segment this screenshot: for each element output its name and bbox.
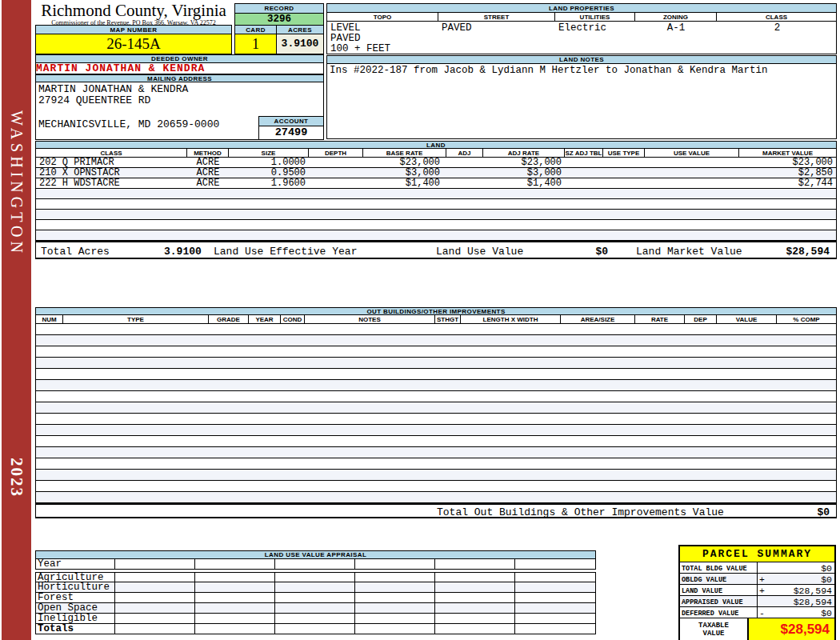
land-use-appraisal-title: LAND USE VALUE APPRAISAL <box>35 550 596 559</box>
land-col-depth: DEPTH <box>309 149 363 157</box>
acres-box: ACRES 3.9100 <box>276 25 324 54</box>
topo-value-3: 100 + FEET <box>330 43 390 54</box>
ps-row-total-bldg: TOTAL BLDG VALUE $0 <box>680 562 834 574</box>
empty-row <box>35 346 837 358</box>
land-row: 222 H WDSTACRE ACRE 1.9600 $1,400 $1,400… <box>35 178 837 189</box>
card-value: 1 <box>234 34 277 54</box>
mailing-address-label: MAILING ADDRESS <box>35 74 324 82</box>
land-col-sz-adj-tbl: SZ ADJ TBL <box>565 149 603 157</box>
land-col-use-type: USE TYPE <box>603 149 645 157</box>
record-value: 3296 <box>234 14 324 26</box>
land-use-effective-year-label: Land Use Effective Year <box>214 246 357 258</box>
land-properties-col-utilities: UTILITIES <box>555 13 635 21</box>
card-label: CARD <box>234 25 277 34</box>
land-properties-title: LAND PROPERTIES <box>327 4 836 13</box>
land-use-value: $0 <box>560 246 608 258</box>
empty-row <box>35 380 837 391</box>
land-properties-col-zoning: ZONING <box>635 13 717 21</box>
lua-row-horticulture: Horticulture <box>35 582 596 593</box>
empty-row <box>35 425 837 436</box>
address-line-1: MARTIN JONATHAN & KENDRA <box>36 82 323 95</box>
land-col-adj: ADJ <box>446 149 483 157</box>
utilities-value: Electric <box>558 22 606 34</box>
topo-value-2: PAVED <box>330 33 361 44</box>
empty-row <box>35 492 837 503</box>
empty-row <box>35 369 837 380</box>
ob-col-type: TYPE <box>63 315 209 323</box>
land-totals-row: Total Acres 3.9100 Land Use Effective Ye… <box>35 241 837 259</box>
card-box: CARD 1 <box>234 25 277 54</box>
empty-row <box>35 481 837 492</box>
out-buildings-header: NUM TYPE GRADE YEAR COND NOTES STHGT LEN… <box>35 315 837 324</box>
out-buildings-table: OUT BUILDINGS/OTHER IMPROVEMENTS NUM TYP… <box>35 307 837 518</box>
map-number-value: 26-145A <box>35 34 232 54</box>
ps-row-land-value: LAND VALUE +$28,594 <box>680 585 834 596</box>
empty-row <box>35 447 837 458</box>
lua-row-year: Year <box>35 559 596 570</box>
lua-row-open-space: Open Space <box>35 603 596 614</box>
class-value: 2 <box>717 22 838 34</box>
ob-col-sthgt: STHGT <box>435 315 461 323</box>
land-notes-box: Ins #2022-187 from Jacob & Lydiann M Her… <box>326 64 837 139</box>
sidebar-year-label: 2023 <box>6 458 26 498</box>
land-col-adj-rate: ADJ RATE <box>483 149 565 157</box>
page-title: Richmond County, Virginia <box>35 1 232 21</box>
account-value: 27499 <box>258 126 324 140</box>
land-use-value-label: Land Use Value <box>436 246 523 258</box>
empty-row <box>35 458 837 470</box>
empty-row <box>35 335 837 346</box>
ob-col-rate: RATE <box>635 315 685 323</box>
ob-col-dep: DEP <box>685 315 717 323</box>
land-properties-box: LAND PROPERTIES TOPO STREET UTILITIES ZO… <box>326 3 837 54</box>
empty-row <box>35 230 837 241</box>
out-buildings-totals-row: Total Out Buildings & Other Improvements… <box>35 503 837 518</box>
map-number-label: MAP NUMBER <box>35 25 232 34</box>
empty-row <box>35 210 837 220</box>
ob-col-cond: COND <box>281 315 305 323</box>
ps-row-deferred: DEFERRED VALUE -$0 <box>680 607 834 618</box>
empty-row <box>35 470 837 481</box>
empty-row <box>35 414 837 425</box>
lua-row-agriculture: Agriculture <box>35 572 596 582</box>
acres-value: 3.9100 <box>276 34 324 54</box>
zoning-value: A-1 <box>635 22 717 34</box>
topo-value-1: LEVEL <box>330 22 361 34</box>
empty-row <box>35 199 837 210</box>
sidebar-state-label: WASHINGTON <box>7 110 26 257</box>
empty-row <box>35 436 837 447</box>
account-box: ACCOUNT 27499 <box>258 116 324 140</box>
land-properties-col-class: CLASS <box>717 13 836 21</box>
address-line-3: MECHANICSVILLE, MD 20659-0000 <box>38 119 219 130</box>
land-market-value: $28,594 <box>786 246 830 258</box>
ps-row-taxable: TAXABLE VALUE $28,594 <box>680 618 834 640</box>
land-properties-col-topo: TOPO <box>327 13 438 21</box>
land-col-market-value: MARKET VALUE <box>739 149 836 157</box>
ps-row-appraised: APPRAISED VALUE $28,594 <box>680 596 834 607</box>
property-record-card: WASHINGTON 2023 Richmond County, Virgini… <box>0 0 840 640</box>
parcel-summary: PARCEL SUMMARY TOTAL BLDG VALUE $0 OBLDG… <box>678 545 836 640</box>
taxable-value: $28,594 <box>749 618 834 640</box>
lua-row-totals: Totals <box>35 624 596 634</box>
ob-col-year: YEAR <box>249 315 281 323</box>
empty-row <box>35 189 837 199</box>
parcel-summary-title: PARCEL SUMMARY <box>680 546 834 562</box>
land-note-text: Ins #2022-187 from Jacob & Lydiann M Her… <box>327 64 836 76</box>
ob-col-area-size: AREA/SIZE <box>561 315 635 323</box>
empty-row <box>35 391 837 402</box>
total-acres-label: Total Acres <box>41 246 110 258</box>
ob-col-comp: % COMP <box>777 315 836 323</box>
land-table-title: LAND <box>35 141 837 149</box>
empty-row <box>35 324 837 335</box>
land-col-method: METHOD <box>187 149 229 157</box>
deeded-owner-value: MARTIN JONATHAN & KENDRA <box>35 63 324 74</box>
land-col-base-rate: BASE RATE <box>363 149 446 157</box>
account-label: ACCOUNT <box>258 116 324 126</box>
ob-col-num: NUM <box>36 315 63 323</box>
land-col-class: CLASS <box>36 149 187 157</box>
land-table: LAND CLASS METHOD SIZE DEPTH BASE RATE A… <box>35 141 837 259</box>
ob-col-length-width: LENGTH X WIDTH <box>461 315 561 323</box>
taxable-value-label: TAXABLE VALUE <box>680 618 749 640</box>
acres-label: ACRES <box>276 25 324 34</box>
empty-row <box>35 402 837 414</box>
map-number-box: MAP NUMBER 26-145A <box>35 25 232 54</box>
